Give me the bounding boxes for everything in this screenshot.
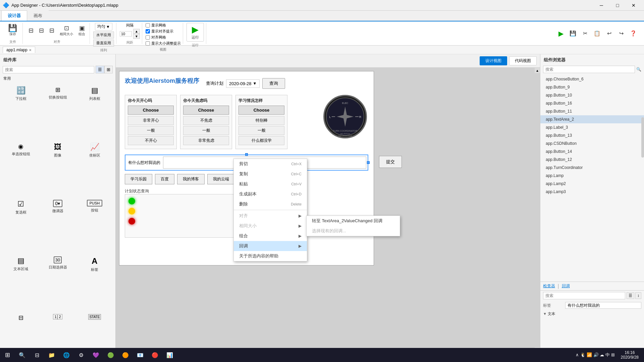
code-view-button[interactable]: 代码视图 [509, 56, 537, 65]
comp-item-toggle[interactable]: ⊞ 切换按钮组 [40, 83, 76, 139]
ctx-group[interactable]: 组合 ▶ [234, 231, 307, 241]
ctx-copy[interactable]: 复制 Ctrl+C [234, 169, 307, 179]
align-right-button[interactable]: ⊟ [47, 25, 57, 36]
insp-sort-btn[interactable]: ↕ [635, 292, 641, 299]
inspector-tab[interactable]: 检查器 [543, 283, 555, 289]
save-button[interactable]: 💾 保存 [6, 23, 19, 38]
show-grid-checkbox[interactable] [146, 23, 150, 27]
link-cloud[interactable]: 我的云端 [207, 174, 235, 184]
comp-item-image[interactable]: 🖼 图像 [40, 140, 76, 196]
topbar-cut-icon[interactable]: ✂ [580, 28, 590, 39]
comp-list-item-choosebutton6[interactable]: app.ChooseButton_6 [540, 75, 644, 83]
topbar-undo-icon[interactable]: ↩ [604, 28, 614, 39]
component-lib-search[interactable] [3, 66, 94, 73]
choose-btn-happy[interactable]: Choose [128, 106, 174, 115]
list-view-button[interactable]: ☰ [96, 66, 104, 73]
comp-list-item-button9[interactable]: app.Button_9 [540, 83, 644, 91]
option-normal-anxiety[interactable]: 一般 [183, 126, 229, 135]
comp-item-textarea[interactable]: ▤ 文本区域 [3, 253, 39, 310]
taskbar-btn5[interactable]: 🟢 [103, 348, 118, 362]
comp-list-item-button11[interactable]: app.Button_11 [540, 107, 644, 115]
align-center-button[interactable]: ⊟ [37, 25, 46, 36]
comp-item-label[interactable]: A 标签 [76, 253, 113, 310]
distance-input[interactable] [120, 31, 132, 37]
comp-list-item-button14[interactable]: app.Button_14 [540, 147, 644, 156]
option-not-anxious[interactable]: 不焦虑 [183, 116, 229, 125]
link-blog[interactable]: 我的博客 [177, 174, 205, 184]
arduino-taskbar[interactable]: ⚙ [74, 348, 89, 362]
align-left-button[interactable]: ⊟ [26, 25, 36, 36]
comp-item-spinner[interactable]: 0▾ 微调器 [40, 197, 76, 253]
option-normal-study[interactable]: 一般 [238, 126, 284, 135]
right-search-input[interactable] [543, 66, 635, 73]
topbar-copy-icon[interactable]: 📋 [592, 28, 602, 39]
align-grid-checkbox[interactable] [146, 35, 150, 40]
search-taskbar-button[interactable]: 🔍 [15, 348, 30, 362]
show-desktop-button[interactable] [642, 348, 644, 362]
comp-list-item-lamp[interactable]: app.Lamp [540, 172, 644, 180]
ctx-cut[interactable]: 剪切 Ctrl+X [234, 159, 307, 169]
option-very-anxious[interactable]: 非常焦虑 [183, 136, 229, 145]
same-size-button[interactable]: ⊡ 相同大小 [57, 23, 75, 38]
ctx-sub-goto-callback[interactable]: 转至 TextArea_2ValueChanged 回调 [307, 216, 400, 226]
topbar-run-icon[interactable]: ▶ [555, 28, 566, 39]
topbar-save-icon[interactable]: 💾 [568, 28, 578, 39]
arrange-dropdown[interactable]: 均匀 ▼ [95, 23, 112, 31]
file-tab-close[interactable]: ✕ [29, 48, 32, 52]
inspector-search-input[interactable] [543, 292, 625, 299]
choose-btn-anxiety[interactable]: Choose [183, 106, 229, 115]
task-view-button[interactable]: ⊟ [30, 348, 44, 362]
date-dropdown-icon[interactable]: ▼ [253, 81, 257, 86]
insp-list-btn[interactable]: ☰ [627, 292, 634, 299]
comp-item-dropdown[interactable]: 🔡 下拉框 [3, 83, 39, 139]
option-very-happy[interactable]: 非常开心 [128, 116, 174, 125]
option-great[interactable]: 特别棒 [238, 116, 284, 125]
grid-view-button[interactable]: ⊞ [104, 66, 113, 73]
show-resize-checkbox[interactable] [146, 41, 150, 46]
comp-list-item-button13[interactable]: app.Button_13 [540, 131, 644, 139]
design-view-button[interactable]: 设计视图 [480, 56, 507, 65]
distance-up-button[interactable]: ▲ [133, 29, 140, 34]
comp-list-item-lamp3[interactable]: app.Lamp3 [540, 188, 644, 196]
comp-list-item-textarea2[interactable]: app.TextArea_2 [540, 115, 644, 123]
vs-taskbar[interactable]: 💜 [89, 348, 103, 362]
minimize-button[interactable]: ─ [594, 0, 609, 10]
group-button[interactable]: ▣ 组合 [76, 23, 88, 38]
distance-down-button[interactable]: ▼ [133, 34, 140, 39]
selection-handle-top[interactable] [245, 153, 248, 156]
ctx-callback[interactable]: 回调 ▶ [234, 241, 307, 251]
comp-list-item-button16[interactable]: app.Button_16 [540, 99, 644, 107]
option-nothing[interactable]: 什么都没学 [238, 136, 284, 145]
comp-list-item-csdnbutton[interactable]: app.CSDNButton [540, 139, 644, 147]
comp-list-item-lamp2[interactable]: app.Lamp2 [540, 180, 644, 188]
option-not-happy[interactable]: 不开心 [128, 136, 174, 145]
comp-item-datepicker[interactable]: 30 日期选择器 [40, 253, 76, 310]
run-button[interactable]: ▶ 运行 [186, 23, 204, 42]
close-button[interactable]: ✕ [626, 0, 641, 10]
selection-handle-right[interactable] [367, 161, 370, 164]
start-button[interactable]: ⊞ [0, 348, 15, 362]
topbar-redo-icon[interactable]: ↪ [616, 28, 627, 39]
tab-canvas[interactable]: 画布 [27, 10, 49, 21]
comp-list-item-button12[interactable]: app.Button_12 [540, 156, 644, 164]
ctx-help[interactable]: 关于所选内容的帮助 [234, 251, 307, 261]
align-grid-option[interactable]: 对齐网格 [146, 35, 181, 40]
horiz-apply-button[interactable]: 水平应用 [93, 32, 114, 39]
comp-item-radio[interactable]: ◉ 单选按钮组 [3, 140, 39, 196]
scroll-up-arrow[interactable]: ▲ [535, 68, 540, 73]
show-align-option[interactable]: 显示对齐提示 [146, 29, 181, 34]
ctx-paste[interactable]: 粘贴 Ctrl+V [234, 179, 307, 189]
link-baidu[interactable]: 百度 [155, 174, 174, 184]
option-normal-happy[interactable]: 一般 [128, 126, 174, 135]
choose-btn-study[interactable]: Choose [238, 106, 284, 115]
canvas-scroll[interactable]: ▲ 欢迎使用Aierstom服务程序 查询计划 2020-09-28 ▼ 查询 [116, 68, 540, 357]
taskbar-btn9[interactable]: 📊 [162, 348, 177, 362]
show-align-checkbox[interactable] [146, 29, 150, 34]
ctx-duplicate[interactable]: 生成副本 Ctrl+D [234, 189, 307, 199]
submit-button[interactable]: 提交 [379, 156, 402, 168]
file-explorer-taskbar[interactable]: 📁 [44, 348, 59, 362]
tab-designer[interactable]: 设计器 [1, 10, 27, 21]
query-button[interactable]: 查询 [262, 78, 285, 89]
date-field[interactable]: 2020-09-28 ▼ [226, 79, 260, 88]
show-grid-option[interactable]: 显示网格 [146, 23, 181, 28]
